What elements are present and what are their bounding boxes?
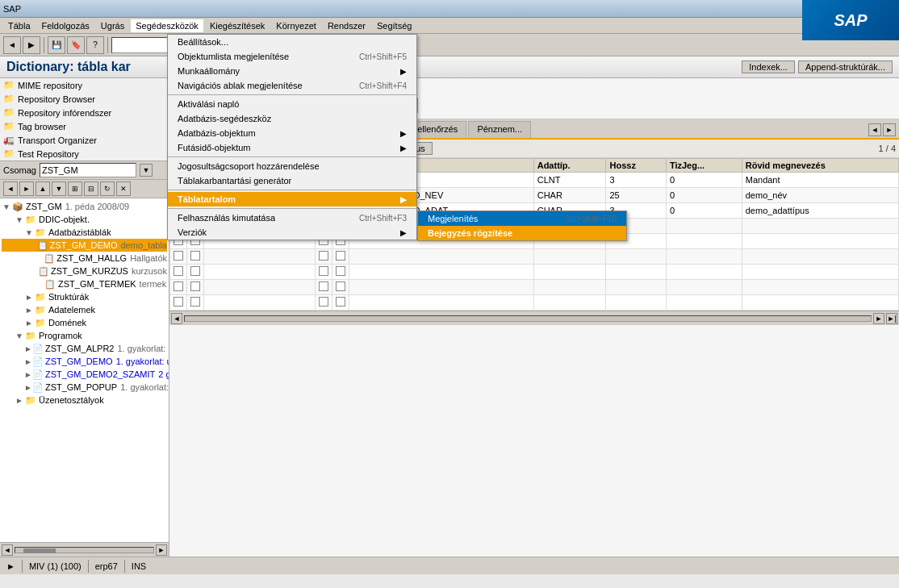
field-toolbar-btn-3[interactable]: ► — [205, 141, 220, 156]
tree-scrollbar[interactable]: ◄ ► — [0, 542, 169, 557]
menu-rendszer[interactable]: Rendszer — [323, 19, 370, 32]
tree-scroll-right[interactable]: ► — [156, 544, 167, 556]
table-row[interactable] — [170, 265, 899, 280]
checkbox-r1c4[interactable] — [336, 174, 345, 184]
checkbox-r1c2[interactable] — [190, 174, 200, 184]
tree-btn-5[interactable]: ⊞ — [68, 181, 82, 196]
checkbox-r1c1[interactable] — [174, 174, 183, 184]
tab-bevitel[interactable]: Beviteli segítség/ ellenőrzés — [339, 121, 466, 138]
menu-segedeszkozok[interactable]: Segédeszközök — [131, 19, 203, 32]
row1-check1[interactable] — [170, 173, 187, 188]
tab-mezok[interactable]: Mezők — [292, 121, 337, 138]
row2-check2[interactable] — [187, 188, 204, 203]
tree-node-strukturak[interactable]: ► 📁 Struktúrák — [2, 290, 167, 303]
tree-node-zst-gm-hallg[interactable]: 📋 ZST_GM_HALLG Hallgatók — [2, 252, 167, 265]
table-row[interactable] — [170, 249, 899, 265]
save-button[interactable]: 💾 — [48, 36, 65, 54]
append-button[interactable]: Append-struktúrák... — [798, 60, 893, 73]
short-desc-input[interactable] — [176, 98, 418, 113]
help-button[interactable]: ? — [86, 36, 104, 54]
row1-check3[interactable] — [315, 173, 332, 188]
cursor-left-button[interactable]: ←Kursor — [307, 142, 357, 155]
package-input[interactable] — [40, 163, 136, 177]
hscroll-right[interactable]: ► — [873, 313, 884, 324]
tree-node-ddic[interactable]: ▼ 📁 DDIC-objekt. — [2, 213, 167, 226]
menu-ugras[interactable]: Ugrás — [96, 19, 129, 32]
forward-button[interactable]: ▶ — [23, 36, 40, 54]
menu-segitseg[interactable]: Segítség — [372, 19, 416, 32]
nav-btn-1[interactable]: ◄ — [264, 36, 282, 54]
nav-btn-2[interactable]: ► — [283, 36, 301, 54]
tree-btn-4[interactable]: ▼ — [52, 181, 66, 196]
nav-btn-3[interactable]: ▲ — [303, 36, 320, 54]
menu-feldolgozas[interactable]: Feldolgozás — [37, 19, 94, 32]
row3-check1[interactable] — [170, 203, 187, 219]
field-toolbar-btn-5[interactable]: ▲ — [237, 141, 252, 156]
command-input[interactable] — [111, 37, 257, 53]
field-toolbar-btn-4[interactable]: ▼ — [221, 141, 236, 156]
tab-penznem[interactable]: Pénznem... — [468, 121, 531, 138]
table-row[interactable] — [170, 295, 899, 311]
back-button[interactable]: ◄ — [3, 36, 21, 54]
tree-node-zst-gm-kurzus[interactable]: 📋 ZST_GM_KURZUS kurzusok — [2, 265, 167, 277]
row3-check2[interactable] — [187, 203, 204, 219]
hscroll-left[interactable]: ◄ — [171, 313, 182, 324]
row1-check4[interactable] — [332, 173, 349, 188]
menu-kiegeszitesek[interactable]: Kiegészítések — [205, 19, 270, 32]
tree-node-zst-gm[interactable]: ▼ 📦 ZST_GM 1. péda 2008/09 — [2, 200, 167, 213]
nav-mime-repository[interactable]: 📁 MIME repository — [0, 78, 169, 92]
row4-check4[interactable] — [332, 219, 349, 234]
indexes-button[interactable]: Indexek... — [742, 60, 795, 73]
nav-repository-browser[interactable]: 📁 Repository Browser — [0, 92, 169, 106]
checkbox-r3c2[interactable] — [190, 206, 200, 215]
table-row[interactable]: MANDT MANDT CLNT 3 0 Mandant — [170, 173, 899, 188]
nav-test-repository[interactable]: 📁 Test Repository — [0, 147, 169, 161]
tree-node-adatbazistablak[interactable]: ▼ 📁 Adatbázistáblák — [2, 226, 167, 239]
row3-check4[interactable] — [332, 203, 349, 219]
row4-check3[interactable] — [315, 219, 332, 234]
tree-node-demo-prog[interactable]: ► 📄 ZST_GM_DEMO 1. gyakorlat: új m — [2, 355, 167, 368]
table-row[interactable] — [170, 280, 899, 295]
table-row[interactable] — [170, 219, 899, 234]
checkbox-r2c3[interactable] — [319, 190, 328, 199]
tree-node-demo2[interactable]: ► 📄 ZST_GM_DEMO2_SZAMIT 2 gyakorlat szám — [2, 368, 167, 381]
checkbox-r5c2[interactable] — [190, 236, 200, 245]
menu-kornyezet[interactable]: Környezet — [271, 19, 321, 32]
table-row[interactable] — [170, 234, 899, 249]
checkbox-r3c3[interactable] — [319, 205, 328, 215]
tab-kiszallitas[interactable]: Kiszállítás és karbantartás — [169, 121, 291, 138]
tab-nav-left[interactable]: ◄ — [868, 123, 881, 136]
tree-btn-7[interactable]: ↻ — [100, 181, 115, 196]
tree-node-domeinek[interactable]: ► 📁 Domének — [2, 316, 167, 329]
table-name-input[interactable] — [176, 81, 297, 96]
menu-tabla[interactable]: Tábla — [3, 19, 36, 32]
tree-node-programok[interactable]: ▼ 📁 Programok — [2, 329, 167, 342]
checkbox-r3c4[interactable] — [336, 206, 345, 215]
field-toolbar-btn-2[interactable]: ►◄ — [189, 141, 203, 156]
checkbox-r4c2[interactable] — [190, 220, 200, 230]
table-hscroll[interactable]: ◄ ► ►| — [169, 311, 899, 325]
checkbox-r3c1[interactable] — [174, 205, 183, 215]
row2-check3[interactable] — [315, 188, 332, 203]
tree-btn-1[interactable]: ◄ — [3, 181, 18, 196]
checkbox-r2c1[interactable] — [174, 190, 183, 199]
tree-scroll-track[interactable] — [15, 547, 154, 553]
checkbox-r4c3[interactable] — [319, 220, 328, 230]
checkbox-r1c3[interactable] — [319, 174, 328, 184]
checkbox-r5c1[interactable] — [174, 236, 183, 245]
checkbox-r4c1[interactable] — [174, 220, 183, 230]
builtin-type-button[interactable]: Beépített típus — [361, 142, 433, 155]
checkbox-r2c4[interactable] — [336, 190, 345, 200]
checkbox-r4c4[interactable] — [336, 220, 345, 230]
tree-btn-3[interactable]: ▲ — [36, 181, 50, 196]
row3-check3[interactable] — [315, 203, 332, 219]
tree-btn-6[interactable]: ⊟ — [84, 181, 98, 196]
row2-check4[interactable] — [332, 188, 349, 203]
tree-scroll-thumb[interactable] — [23, 548, 56, 553]
row2-check1[interactable] — [170, 188, 187, 203]
tab-nav-right[interactable]: ► — [883, 123, 896, 136]
table-scroll-area[interactable]: Mező Adatelem Adattíp. Hossz TizJeg... R… — [169, 158, 899, 557]
cursor-right-button[interactable]: Kursor→ — [255, 142, 304, 155]
package-search-button[interactable]: ▼ — [140, 164, 153, 177]
field-toolbar-btn-1[interactable]: ◄◄ — [173, 141, 187, 156]
